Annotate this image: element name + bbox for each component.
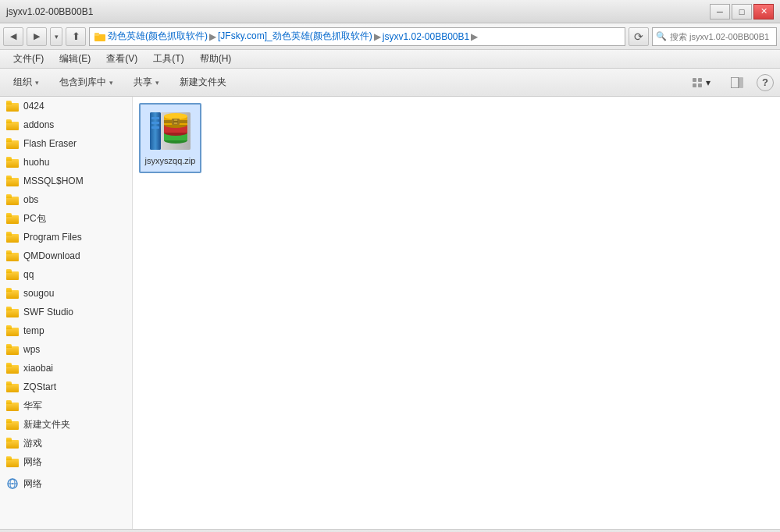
path-folder-icon (94, 32, 105, 41)
svg-rect-4 (693, 83, 696, 87)
svg-rect-31 (151, 126, 159, 129)
svg-point-11 (12, 483, 13, 484)
sidebar-item-8[interactable]: QMDownload (0, 246, 132, 265)
file-item-0[interactable]: jsyxyszqq.zip (139, 103, 201, 173)
network-icon (6, 478, 19, 489)
network-label: 网络 (23, 477, 42, 491)
sidebar-item-15[interactable]: ZQStart (0, 378, 132, 396)
svg-rect-1 (94, 33, 99, 36)
sidebar-item-14[interactable]: xiaobai (0, 359, 132, 378)
folder-icon-4 (6, 176, 19, 186)
sidebar-item-1[interactable]: addons (0, 115, 132, 134)
folder-icon-5 (6, 194, 19, 205)
search-input[interactable] (670, 32, 778, 41)
help-button[interactable]: ? (757, 74, 774, 91)
maximize-button[interactable]: □ (732, 4, 752, 20)
folder-icon-17 (6, 419, 19, 430)
sidebar-item-5[interactable]: obs (0, 190, 132, 209)
close-button[interactable]: ✕ (753, 4, 774, 20)
path-item-3: jsyxv1.02-00BB00B1 (383, 31, 469, 42)
sidebar-item-13[interactable]: wps (0, 340, 132, 359)
folder-label-14: xiaobai (23, 363, 53, 374)
sidebar-item-0[interactable]: 0424 (0, 97, 132, 115)
sidebar: 0424 addons Flash Eraser huohu MSSQL$HOM… (0, 97, 133, 529)
menu-help[interactable]: 帮助(H) (193, 51, 239, 67)
back-button[interactable]: ◀ (3, 27, 23, 46)
main-area: 0424 addons Flash Eraser huohu MSSQL$HOM… (0, 97, 780, 529)
include-library-button[interactable]: 包含到库中 ▾ (52, 72, 120, 94)
new-folder-button[interactable]: 新建文件夹 (173, 72, 233, 94)
address-path[interactable]: 劲色英雄(颜色抓取软件) ▶ [JFsky.com]_劲色英雄(颜色抓取软件) … (89, 27, 625, 46)
svg-point-24 (164, 113, 187, 119)
include-dropdown-icon: ▾ (109, 79, 113, 87)
sidebar-scroll[interactable]: 0424 addons Flash Eraser huohu MSSQL$HOM… (0, 97, 132, 529)
sidebar-item-11[interactable]: SWF Studio (0, 303, 132, 321)
folder-label-4: MSSQL$HOM (23, 176, 84, 186)
status-bar: 1 个对象 (0, 529, 780, 532)
svg-rect-6 (731, 77, 739, 88)
folder-label-16: 华军 (23, 399, 42, 413)
refresh-button[interactable]: ⟳ (629, 27, 649, 46)
svg-rect-30 (151, 122, 159, 124)
menu-bar: 文件(F) 编辑(E) 查看(V) 工具(T) 帮助(H) (0, 50, 780, 69)
sidebar-folder-list: 0424 addons Flash Eraser huohu MSSQL$HOM… (0, 97, 132, 471)
organize-button[interactable]: 组织 ▾ (6, 72, 46, 94)
menu-view[interactable]: 查看(V) (99, 51, 144, 67)
up-button[interactable]: ⬆ (66, 27, 86, 46)
sidebar-item-18[interactable]: 游戏 (0, 434, 132, 452)
folder-label-0: 0424 (23, 101, 45, 112)
folder-icon-9 (6, 269, 19, 280)
sidebar-item-network[interactable]: 网络 (0, 474, 132, 493)
folder-icon-7 (6, 232, 19, 243)
folder-icon-16 (6, 400, 19, 411)
file-icon-0 (148, 109, 192, 153)
sidebar-item-9[interactable]: qq (0, 265, 132, 284)
address-bar: ◀ ▶ ▾ ⬆ 劲色英雄(颜色抓取软件) ▶ [JFsky.com]_劲色英雄(… (0, 23, 780, 50)
svg-rect-28 (173, 121, 178, 122)
organize-label: 组织 (13, 76, 32, 89)
menu-edit[interactable]: 编辑(E) (52, 51, 98, 67)
share-button[interactable]: 共享 ▾ (126, 72, 166, 94)
svg-rect-29 (151, 117, 159, 119)
share-dropdown-icon: ▾ (155, 79, 159, 87)
search-box[interactable]: 🔍 🔍 (652, 27, 777, 46)
minimize-button[interactable]: ─ (710, 4, 730, 20)
folder-icon-15 (6, 381, 19, 392)
svg-rect-3 (698, 78, 702, 82)
sidebar-item-6[interactable]: PC包 (0, 209, 132, 228)
title-bar: jsyxv1.02-00BB00B1 ─ □ ✕ (0, 0, 780, 23)
folder-icon-0 (6, 101, 19, 112)
folder-label-1: addons (23, 119, 54, 130)
preview-pane-button[interactable] (724, 72, 750, 94)
nav-dropdown-button[interactable]: ▾ (50, 27, 62, 46)
folder-label-17: 新建文件夹 (23, 418, 70, 431)
folder-label-6: PC包 (23, 212, 46, 225)
folder-label-12: temp (23, 325, 45, 336)
sidebar-item-19[interactable]: 网络 (0, 452, 132, 471)
include-library-label: 包含到库中 (59, 76, 106, 89)
folder-icon-1 (6, 119, 19, 130)
forward-button[interactable]: ▶ (27, 27, 47, 46)
folder-icon-11 (6, 307, 19, 317)
sidebar-item-17[interactable]: 新建文件夹 (0, 415, 132, 434)
folder-icon-3 (6, 157, 19, 168)
sidebar-item-4[interactable]: MSSQL$HOM (0, 172, 132, 190)
folder-label-18: 游戏 (23, 437, 42, 450)
folder-label-7: Program Files (23, 232, 82, 243)
view-options-button[interactable]: ▾ (685, 72, 718, 94)
menu-file[interactable]: 文件(F) (6, 51, 51, 67)
sidebar-item-12[interactable]: temp (0, 321, 132, 340)
menu-tools[interactable]: 工具(T) (146, 51, 191, 67)
folder-icon-14 (6, 363, 19, 374)
sidebar-item-7[interactable]: Program Files (0, 228, 132, 246)
sidebar-item-16[interactable]: 华军 (0, 396, 132, 415)
sidebar-item-2[interactable]: Flash Eraser (0, 134, 132, 153)
sidebar-item-10[interactable]: sougou (0, 284, 132, 303)
path-sep-2: ▶ (374, 31, 381, 42)
svg-rect-2 (693, 78, 696, 82)
folder-label-5: obs (23, 194, 38, 205)
sidebar-item-3[interactable]: huohu (0, 153, 132, 172)
folder-icon-10 (6, 288, 19, 299)
file-view: jsyxyszqq.zip (133, 97, 780, 529)
folder-label-13: wps (23, 344, 40, 355)
